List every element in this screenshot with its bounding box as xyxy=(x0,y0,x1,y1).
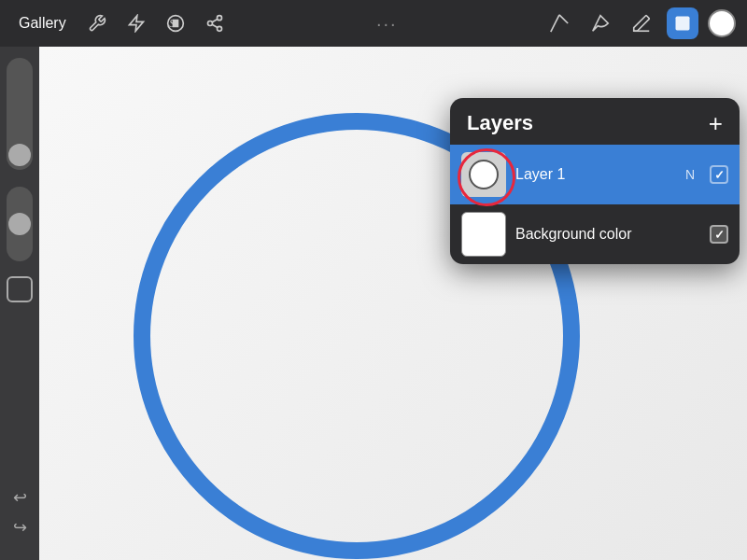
opacity-slider[interactable] xyxy=(7,187,33,261)
more-options-dots[interactable]: ··· xyxy=(376,13,398,35)
add-layer-button[interactable]: + xyxy=(709,111,723,135)
color-picker-button[interactable] xyxy=(708,9,736,37)
sidebar-bottom: ↩ ↪ xyxy=(13,487,27,549)
layer-1-name: Layer 1 xyxy=(515,166,676,183)
toolbar-center: ··· xyxy=(231,13,543,35)
layers-icon xyxy=(673,14,692,33)
background-layer-visibility-checkbox[interactable] xyxy=(710,225,728,244)
layer-1-mode: N xyxy=(685,167,695,182)
layers-panel: Layers + Layer 1 N Background color xyxy=(450,98,740,264)
settings-button[interactable] xyxy=(81,7,113,39)
stylize-button[interactable]: S xyxy=(160,7,191,39)
adjustments-button[interactable] xyxy=(120,7,152,39)
svg-line-6 xyxy=(212,19,218,21)
brush-size-slider-container xyxy=(0,58,39,170)
left-sidebar: ↩ ↪ xyxy=(0,47,39,560)
svg-rect-10 xyxy=(676,17,690,31)
smudge-icon xyxy=(590,13,611,34)
svg-line-8 xyxy=(559,15,568,23)
svg-line-5 xyxy=(212,24,218,27)
eraser-icon xyxy=(631,13,652,34)
svg-text:S: S xyxy=(169,18,175,30)
background-layer-name: Background color xyxy=(515,226,700,243)
eraser-tool-button[interactable] xyxy=(626,7,657,39)
svg-line-7 xyxy=(551,15,559,32)
transform-button[interactable] xyxy=(7,276,33,302)
share-button[interactable] xyxy=(199,7,231,39)
background-layer-thumbnail xyxy=(461,212,506,257)
share-icon xyxy=(205,14,224,33)
undo-button[interactable]: ↩ xyxy=(13,487,27,508)
canvas-area: Layers + Layer 1 N Background color xyxy=(39,47,747,560)
pen-tool-button[interactable] xyxy=(543,7,575,39)
stylize-icon: S xyxy=(166,14,185,33)
layers-panel-header: Layers + xyxy=(450,98,740,145)
pen-icon xyxy=(549,13,570,34)
layer-row-1[interactable]: Layer 1 N xyxy=(450,145,740,204)
lightning-icon xyxy=(127,14,146,33)
top-toolbar: Gallery S ··· xyxy=(0,0,747,47)
svg-marker-0 xyxy=(129,16,143,32)
svg-point-3 xyxy=(207,21,212,26)
layers-button[interactable] xyxy=(667,7,698,39)
svg-point-2 xyxy=(217,16,221,21)
layers-panel-title: Layers xyxy=(467,111,533,135)
opacity-thumb xyxy=(8,213,31,235)
brush-size-thumb xyxy=(8,144,31,166)
toolbar-right xyxy=(543,7,736,39)
redo-button[interactable]: ↪ xyxy=(13,517,27,538)
brush-size-slider[interactable] xyxy=(7,58,33,170)
smudge-tool-button[interactable] xyxy=(585,7,616,39)
opacity-slider-container xyxy=(0,187,39,261)
svg-point-4 xyxy=(217,26,221,31)
layer-1-thumbnail xyxy=(461,152,506,197)
toolbar-left: Gallery S xyxy=(11,7,231,39)
gallery-button[interactable]: Gallery xyxy=(11,9,74,37)
layer-1-visibility-checkbox[interactable] xyxy=(710,165,728,184)
layer-1-thumb-circle xyxy=(469,160,499,189)
wrench-icon xyxy=(88,14,106,33)
layer-row-background[interactable]: Background color xyxy=(450,204,740,264)
